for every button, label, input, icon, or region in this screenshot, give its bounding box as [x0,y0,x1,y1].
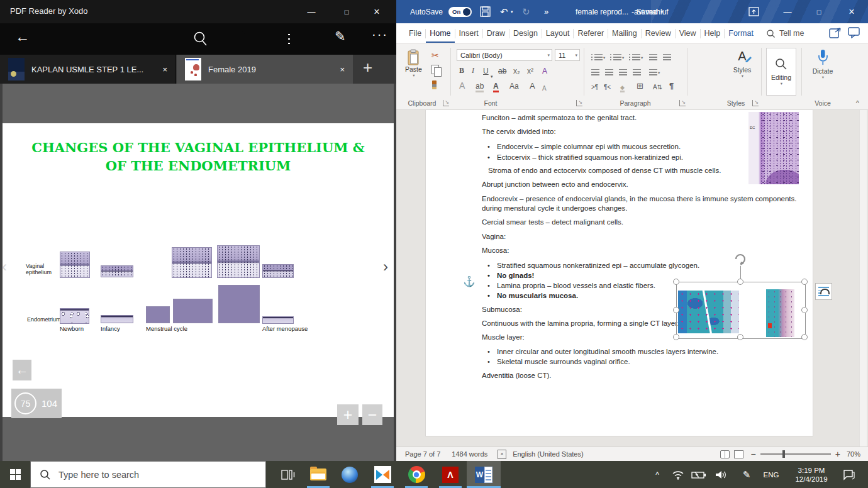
zoom-out-icon[interactable]: − [751,449,756,459]
redo-icon[interactable]: ↻ [522,0,530,23]
increase-indent-button[interactable] [663,50,671,60]
pdf-zoom-in-button[interactable]: + [337,404,359,425]
pinned-app-button[interactable] [336,461,364,488]
more-commands-icon[interactable]: » [544,0,548,23]
image-selection-box[interactable] [676,282,806,339]
pdf-back-overlay-button[interactable]: ← [13,360,31,380]
save-icon[interactable] [480,0,491,23]
text-effects-button[interactable]: A [459,80,465,91]
battery-icon[interactable] [689,461,708,488]
clipboard-dialog-launcher[interactable]: ↘ [443,100,449,106]
borders-button[interactable]: ⊞ [637,80,643,91]
paste-button[interactable]: Paste ▾ [405,49,422,78]
tab-format[interactable]: Format [725,29,757,38]
ribbon-display-options-icon[interactable] [748,0,759,23]
annotate-pencil-icon[interactable]: ✎ [335,29,346,44]
task-view-button[interactable] [274,461,302,488]
bold-button[interactable]: B [459,65,464,75]
tab-close-icon[interactable]: × [162,65,167,74]
tab-home[interactable]: Home [426,29,454,43]
styles-dialog-launcher[interactable]: ↘ [752,100,759,106]
sort-button[interactable]: A⇅ [653,80,662,91]
autosave-toggle[interactable]: On [448,0,472,23]
bullets-button[interactable]: ▾ [591,50,605,60]
word-count-status[interactable]: 1484 words [452,450,487,458]
user-name[interactable]: avi mahluf [634,0,669,23]
font-dialog-launcher[interactable]: ↘ [576,100,582,106]
line-spacing-button[interactable]: ▾ [649,65,660,75]
strikethrough-button[interactable]: ab [498,65,506,75]
word-close-button[interactable]: × [837,0,867,23]
font-color-button[interactable]: A [493,80,499,92]
format-painter-icon[interactable] [432,79,437,89]
file-explorer-button[interactable] [304,461,332,488]
align-left-button[interactable] [591,65,599,75]
adobe-taskbar-button[interactable]: Λ [437,461,464,488]
align-right-button[interactable] [619,65,627,75]
decrease-indent-button[interactable] [649,50,657,60]
start-button[interactable] [0,461,30,488]
clear-formatting-button[interactable]: A [542,65,547,75]
new-tab-icon[interactable]: + [363,58,372,77]
cervix-histology-image[interactable]: EC [748,112,799,184]
more-options-icon[interactable]: ··· [372,27,388,42]
tab-file[interactable]: File [405,29,425,38]
font-name-combo[interactable]: Calibri (Body) ▾ [457,49,552,61]
shading-button[interactable]: ◆ [620,80,625,92]
selection-handle-top-right[interactable] [801,279,808,285]
tab-references[interactable]: Referer [574,29,608,38]
rtl-mark-button[interactable]: ¶< [604,80,611,91]
pdf-back-icon[interactable]: ← [15,28,30,45]
chrome-taskbar-button[interactable] [403,461,430,488]
selection-handle-bottom-middle[interactable] [737,334,743,340]
word-minimize-button[interactable]: — [772,0,803,23]
styles-button[interactable]: A Styles ▾ [728,49,756,79]
pdf-tab-female-2019[interactable]: Female 2019 × [177,55,353,84]
underline-dropdown-icon[interactable]: ▾ [491,69,493,79]
zoom-in-icon[interactable]: + [835,449,840,459]
tab-layout[interactable]: Layout [542,29,574,38]
rotate-handle-icon[interactable] [732,251,748,270]
selection-handle-bottom-left[interactable] [673,334,679,340]
subscript-button[interactable]: x₂ [513,65,520,75]
tab-mailings[interactable]: Mailing [608,29,641,38]
share-icon[interactable] [829,26,843,41]
justify-button[interactable] [633,65,641,75]
tab-close-icon[interactable]: × [340,65,345,74]
numbering-button[interactable]: ▾ [610,50,624,60]
zoom-slider-thumb[interactable] [782,450,785,458]
zoom-slider[interactable] [760,453,831,455]
selection-handle-top-left[interactable] [673,279,679,285]
tell-me-search[interactable]: Tell me [766,29,804,38]
tab-insert[interactable]: Insert [455,29,482,38]
search-icon[interactable] [192,31,208,50]
italic-button[interactable]: I [472,65,474,75]
pdf-maximize-button[interactable]: □ [332,0,361,23]
pdf-close-button[interactable]: × [362,0,391,23]
comments-icon[interactable] [848,27,860,40]
language-status[interactable]: English (United States) [513,450,584,458]
zoom-percentage[interactable]: 70% [847,450,860,458]
action-center-icon[interactable] [839,461,859,488]
editing-button[interactable]: Editing ▾ [766,48,796,96]
show-marks-button[interactable]: ¶ [669,80,674,91]
pdf-minimize-button[interactable]: — [297,0,326,23]
tab-view[interactable]: View [676,29,700,38]
tab-design[interactable]: Design [509,29,542,38]
language-indicator[interactable]: ENG [759,461,784,488]
previous-page-chevron[interactable]: ‹ [2,258,7,275]
selection-handle-top-middle[interactable] [737,279,743,285]
paragraph-dialog-launcher[interactable]: ↘ [679,100,686,106]
grow-font-button[interactable]: A [530,80,535,91]
pen-tray-icon[interactable]: ✎ [738,461,755,488]
multilevel-list-button[interactable]: ▾ [629,50,643,60]
read-mode-icon[interactable] [720,450,730,458]
copy-icon[interactable] [431,64,439,74]
undo-icon[interactable]: ↶ [500,0,508,23]
taskbar-search-input[interactable]: Type here to search [30,461,266,488]
word-maximize-button[interactable]: □ [804,0,834,23]
pdf-zoom-out-button[interactable]: − [362,404,382,425]
clock[interactable]: 3:19 PM 12/4/2019 [787,461,835,488]
collapse-ribbon-icon[interactable]: ^ [856,99,859,107]
cut-icon[interactable]: ✂ [431,50,439,60]
